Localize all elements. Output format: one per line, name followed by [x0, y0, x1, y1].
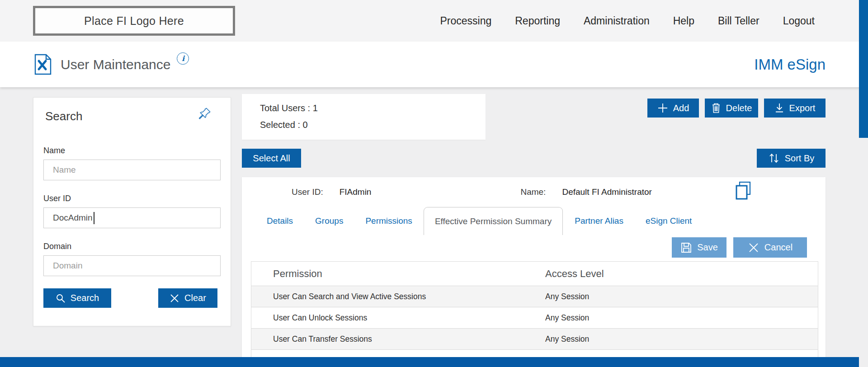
selected-label: Selected :	[260, 120, 300, 130]
table-row[interactable]: User Can Unlock Sessions Any Session	[251, 307, 818, 328]
user-tabs: Details Groups Permissions Effective Per…	[242, 207, 826, 235]
search-panel: Search Name User ID DocAdmin Domain Sear…	[33, 97, 231, 326]
scrollbar-thumb[interactable]	[859, 0, 868, 138]
nav-item-bill-teller[interactable]: Bill Teller	[718, 15, 760, 27]
access-level-cell: Any Session	[545, 313, 818, 323]
search-button[interactable]: Search	[43, 288, 111, 308]
magnifier-icon	[56, 293, 66, 303]
x-icon	[748, 242, 760, 254]
permissions-table-header: Permission Access Level	[251, 262, 818, 286]
user-card-header: User ID: FIAdmin Name: Default FI Admini…	[242, 177, 826, 197]
permission-cell: User Can Transfer Sessions	[251, 334, 545, 344]
name-field-value: Default FI Administrator	[562, 187, 652, 197]
trash-icon	[711, 103, 721, 113]
fi-logo-text: Place FI Logo Here	[84, 14, 184, 28]
tab-details[interactable]: Details	[267, 216, 293, 235]
nav-item-processing[interactable]: Processing	[440, 15, 491, 27]
name-label: Name	[43, 146, 221, 155]
name-input[interactable]	[43, 160, 221, 180]
permission-cell: User Can Unlock Sessions	[251, 313, 545, 323]
page-header: User Maintenance i IMM eSign	[0, 42, 868, 87]
table-row[interactable]: User Can Search and View Active Sessions…	[251, 286, 818, 307]
select-all-button[interactable]: Select All	[242, 149, 301, 168]
clear-button-label: Clear	[184, 293, 206, 303]
fi-logo-placeholder: Place FI Logo Here	[33, 6, 235, 36]
search-actions: Search Clear	[33, 276, 231, 308]
domain-label: Domain	[43, 242, 221, 251]
save-button-label: Save	[697, 242, 718, 253]
top-nav-bar: Place FI Logo Here Processing Reporting …	[0, 0, 868, 42]
nav-item-help[interactable]: Help	[673, 15, 694, 27]
cancel-button-label: Cancel	[764, 242, 793, 253]
tab-partner-alias[interactable]: Partner Alias	[575, 216, 623, 235]
search-fields: Name User ID DocAdmin Domain	[33, 146, 231, 276]
user-id-value: DocAdmin	[53, 213, 93, 223]
permissions-table: Permission Access Level User Can Search …	[251, 261, 818, 367]
select-all-label: Select All	[253, 153, 290, 164]
access-level-cell: Any Session	[545, 292, 818, 301]
delete-button-label: Delete	[726, 103, 752, 113]
user-maintenance-screen: Place FI Logo Here Processing Reporting …	[0, 0, 868, 367]
download-icon	[774, 103, 784, 113]
permission-cell: User Can Search and View Active Sessions	[251, 292, 545, 301]
user-id-label: User ID	[43, 194, 221, 203]
user-detail-card: User ID: FIAdmin Name: Default FI Admini…	[242, 177, 826, 367]
access-level-cell: Any Session	[545, 334, 818, 344]
delete-user-button[interactable]: Delete	[705, 99, 758, 118]
save-button[interactable]: Save	[672, 237, 726, 258]
sort-by-button[interactable]: Sort By	[757, 149, 826, 168]
tab-esign-client[interactable]: eSign Client	[646, 216, 692, 235]
total-users-label: Total Users :	[260, 103, 310, 113]
add-user-button[interactable]: Add	[647, 99, 699, 118]
copy-icon[interactable]	[735, 181, 752, 203]
tab-effective-permission-summary[interactable]: Effective Permission Summary	[424, 207, 563, 235]
main-nav: Processing Reporting Administration Help…	[440, 15, 868, 27]
name-field-label: Name:	[520, 187, 546, 197]
user-toolbar: Add Delete Export	[641, 99, 826, 118]
pushpin-icon[interactable]	[196, 106, 212, 124]
x-icon	[170, 293, 179, 303]
tab-permissions[interactable]: Permissions	[365, 216, 412, 235]
page-title: User Maintenance	[61, 57, 170, 72]
sort-by-label: Sort By	[785, 153, 815, 164]
plus-icon	[657, 103, 668, 113]
column-access-level: Access Level	[545, 268, 818, 280]
selected-value: 0	[303, 120, 308, 130]
summary-box: Total Users : 1 Selected : 0	[242, 94, 486, 140]
table-row[interactable]: User Can Transfer Sessions Any Session	[251, 328, 818, 349]
bottom-accent-bar	[0, 357, 859, 367]
info-icon[interactable]: i	[177, 52, 189, 65]
document-tools-icon	[34, 54, 52, 75]
search-button-label: Search	[71, 293, 99, 303]
export-button-label: Export	[789, 103, 816, 113]
domain-input[interactable]	[43, 255, 221, 276]
floppy-disk-icon	[680, 242, 692, 254]
text-caret	[94, 212, 94, 224]
column-permission: Permission	[251, 268, 545, 280]
up-down-arrows-icon	[768, 152, 780, 164]
user-id-field-label: User ID:	[292, 187, 323, 197]
export-button[interactable]: Export	[764, 99, 826, 118]
tab-groups[interactable]: Groups	[315, 216, 343, 235]
nav-item-reporting[interactable]: Reporting	[515, 15, 560, 27]
nav-item-logout[interactable]: Logout	[783, 15, 815, 27]
nav-item-administration[interactable]: Administration	[584, 15, 650, 27]
add-button-label: Add	[673, 103, 689, 113]
user-id-field-value: FIAdmin	[340, 187, 372, 197]
total-users-value: 1	[313, 103, 318, 113]
brand-logo: IMM eSign	[754, 56, 826, 73]
user-id-input[interactable]: DocAdmin	[43, 207, 221, 228]
cancel-button[interactable]: Cancel	[733, 237, 807, 258]
clear-button[interactable]: Clear	[158, 288, 217, 308]
scrollbar-track[interactable]	[859, 0, 868, 367]
save-cancel-row: Save Cancel	[242, 237, 826, 258]
